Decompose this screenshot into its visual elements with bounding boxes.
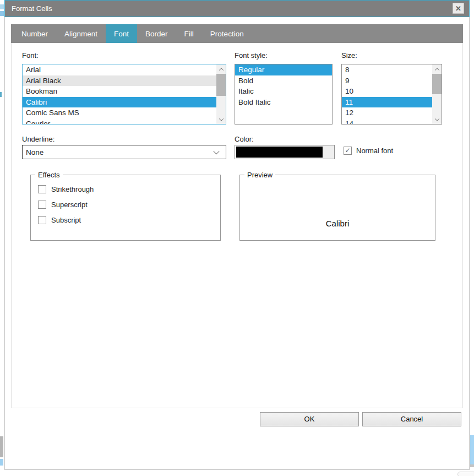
background-artifact — [470, 464, 474, 467]
scroll-down-icon[interactable] — [432, 115, 442, 124]
size-label: Size: — [341, 51, 357, 60]
color-picker-dropdown-area[interactable] — [323, 145, 334, 159]
effect-option-strikethrough: Strikethrough — [38, 185, 220, 193]
superscript-label[interactable]: Superscript — [51, 201, 88, 209]
color-picker[interactable] — [235, 145, 335, 159]
font-style-label: Font style: — [235, 51, 268, 60]
normal-font-label[interactable]: Normal font — [356, 147, 393, 155]
cancel-button[interactable]: Cancel — [362, 412, 461, 426]
tab-border[interactable]: Border — [137, 24, 176, 43]
subscript-checkbox[interactable] — [38, 216, 46, 224]
normal-font-option: Normal font — [344, 147, 393, 155]
color-label: Color: — [235, 135, 254, 143]
size-option-14[interactable]: 14 — [342, 118, 432, 125]
font-list-scrollbar[interactable] — [216, 64, 226, 124]
font-option-calibri[interactable]: Calibri — [23, 97, 216, 108]
normal-font-checkbox[interactable] — [344, 147, 352, 155]
background-artifact — [0, 436, 3, 457]
underline-selected-value: None — [26, 148, 43, 156]
scroll-up-icon[interactable] — [432, 64, 442, 74]
format-cells-dialog: Format Cells ✕ Number Alignment Font Bor… — [4, 0, 470, 470]
size-listbox: 8 9 10 11 12 14 — [341, 64, 442, 125]
font-option-comic-sans[interactable]: Comic Sans MS — [23, 107, 216, 118]
chevron-down-icon — [213, 148, 219, 154]
font-tab-panel: Font: Font style: Size: Arial Arial Blac… — [11, 43, 463, 408]
color-swatch — [236, 147, 323, 158]
scroll-down-icon[interactable] — [216, 115, 226, 124]
dialog-titlebar: Format Cells — [4, 0, 470, 17]
font-style-listbox: Regular Bold Italic Bold Italic — [235, 64, 333, 125]
background-artifact — [0, 11, 4, 16]
subscript-label[interactable]: Subscript — [51, 216, 81, 224]
preview-sample-text: Calibri — [240, 219, 435, 228]
underline-dropdown[interactable]: None — [22, 145, 226, 159]
preview-group: Preview Calibri — [239, 171, 435, 241]
size-option-8[interactable]: 8 — [342, 64, 432, 75]
page-background: Format Cells ✕ Number Alignment Font Bor… — [0, 0, 474, 476]
scroll-thumb[interactable] — [216, 74, 226, 96]
size-option-11[interactable]: 11 — [342, 97, 432, 108]
background-artifact — [0, 459, 3, 466]
background-artifact — [0, 4, 4, 9]
strikethrough-checkbox[interactable] — [38, 185, 46, 193]
background-artifact — [457, 472, 474, 476]
dialog-title: Format Cells — [12, 4, 52, 13]
tab-fill[interactable]: Fill — [176, 24, 202, 43]
style-option-regular[interactable]: Regular — [235, 64, 332, 75]
scroll-thumb[interactable] — [432, 74, 442, 94]
close-button[interactable]: ✕ — [453, 3, 464, 14]
font-option-arial-black[interactable]: Arial Black — [23, 75, 216, 86]
effects-legend: Effects — [35, 171, 63, 179]
font-option-courier[interactable]: Courier — [23, 118, 216, 125]
background-artifact — [0, 92, 2, 97]
tab-alignment[interactable]: Alignment — [56, 24, 106, 43]
scroll-up-icon[interactable] — [216, 64, 226, 74]
effect-option-subscript: Subscript — [38, 216, 220, 224]
font-label: Font: — [22, 51, 39, 60]
size-option-10[interactable]: 10 — [342, 86, 432, 97]
tab-number[interactable]: Number — [13, 24, 56, 43]
font-option-bookman[interactable]: Bookman — [23, 86, 216, 97]
size-list-scrollbar[interactable] — [432, 64, 442, 124]
size-option-12[interactable]: 12 — [342, 107, 432, 118]
preview-legend: Preview — [244, 171, 275, 179]
font-listbox: Arial Arial Black Bookman Calibri Comic … — [22, 64, 226, 125]
style-option-bold[interactable]: Bold — [235, 75, 332, 86]
superscript-checkbox[interactable] — [38, 201, 46, 209]
size-option-9[interactable]: 9 — [342, 75, 432, 86]
tab-font[interactable]: Font — [106, 24, 137, 43]
style-option-bold-italic[interactable]: Bold Italic — [235, 97, 332, 108]
style-option-italic[interactable]: Italic — [235, 86, 332, 97]
effects-group: Effects Strikethrough Superscript Subscr… — [30, 171, 221, 241]
background-artifact — [470, 435, 474, 464]
ok-button[interactable]: OK — [260, 412, 359, 426]
underline-label: Underline: — [22, 135, 55, 143]
close-icon: ✕ — [455, 4, 461, 13]
font-option-arial[interactable]: Arial — [23, 64, 216, 75]
tab-protection[interactable]: Protection — [202, 24, 252, 43]
strikethrough-label[interactable]: Strikethrough — [51, 185, 94, 193]
tabstrip: Number Alignment Font Border Fill Protec… — [11, 24, 463, 43]
effect-option-superscript: Superscript — [38, 201, 220, 209]
